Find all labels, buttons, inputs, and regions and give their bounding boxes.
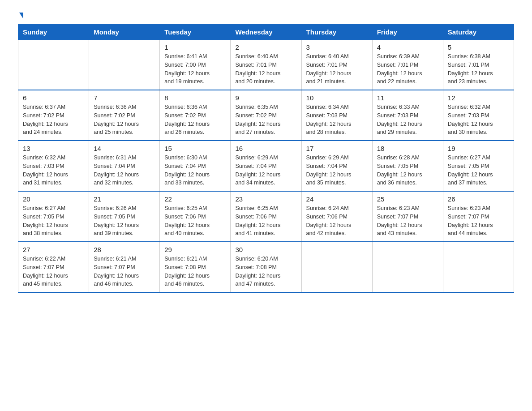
- day-number: 23: [235, 195, 296, 203]
- calendar-cell: 17Sunrise: 6:29 AM Sunset: 7:04 PM Dayli…: [301, 141, 372, 191]
- day-number: 20: [23, 195, 84, 203]
- column-header-tuesday: Tuesday: [160, 25, 231, 40]
- day-info: Sunrise: 6:39 AM Sunset: 7:01 PM Dayligh…: [377, 52, 438, 86]
- day-info: Sunrise: 6:20 AM Sunset: 7:08 PM Dayligh…: [235, 255, 296, 288]
- day-info: Sunrise: 6:40 AM Sunset: 7:01 PM Dayligh…: [235, 52, 296, 86]
- day-number: 12: [448, 94, 509, 102]
- day-info: Sunrise: 6:29 AM Sunset: 7:04 PM Dayligh…: [306, 154, 368, 187]
- calendar-cell: 27Sunrise: 6:22 AM Sunset: 7:07 PM Dayli…: [18, 242, 89, 292]
- day-info: Sunrise: 6:30 AM Sunset: 7:04 PM Dayligh…: [164, 154, 226, 187]
- day-number: 2: [235, 43, 296, 51]
- calendar-cell: 21Sunrise: 6:26 AM Sunset: 7:05 PM Dayli…: [89, 191, 160, 242]
- day-number: 3: [306, 43, 368, 51]
- calendar-cell: 3Sunrise: 6:40 AM Sunset: 7:01 PM Daylig…: [301, 40, 372, 90]
- day-info: Sunrise: 6:31 AM Sunset: 7:04 PM Dayligh…: [94, 154, 155, 187]
- day-info: Sunrise: 6:29 AM Sunset: 7:04 PM Dayligh…: [235, 154, 296, 187]
- calendar-cell: 6Sunrise: 6:37 AM Sunset: 7:02 PM Daylig…: [18, 90, 89, 141]
- day-info: Sunrise: 6:33 AM Sunset: 7:03 PM Dayligh…: [377, 103, 438, 137]
- calendar-cell: 2Sunrise: 6:40 AM Sunset: 7:01 PM Daylig…: [231, 40, 301, 90]
- day-number: 8: [164, 94, 226, 102]
- day-info: Sunrise: 6:36 AM Sunset: 7:02 PM Dayligh…: [164, 103, 226, 137]
- day-number: 27: [23, 246, 84, 253]
- day-info: Sunrise: 6:21 AM Sunset: 7:08 PM Dayligh…: [164, 255, 226, 288]
- calendar-week-row: 20Sunrise: 6:27 AM Sunset: 7:05 PM Dayli…: [18, 191, 514, 242]
- day-info: Sunrise: 6:40 AM Sunset: 7:01 PM Dayligh…: [306, 52, 368, 86]
- calendar-cell: 13Sunrise: 6:32 AM Sunset: 7:03 PM Dayli…: [18, 141, 89, 191]
- calendar-cell: 22Sunrise: 6:25 AM Sunset: 7:06 PM Dayli…: [160, 191, 231, 242]
- calendar-cell: [89, 40, 160, 90]
- calendar-cell: 8Sunrise: 6:36 AM Sunset: 7:02 PM Daylig…: [160, 90, 231, 141]
- day-number: 18: [377, 145, 438, 152]
- calendar-cell: 9Sunrise: 6:35 AM Sunset: 7:02 PM Daylig…: [231, 90, 301, 141]
- calendar-cell: 12Sunrise: 6:32 AM Sunset: 7:03 PM Dayli…: [443, 90, 514, 141]
- calendar-cell: 14Sunrise: 6:31 AM Sunset: 7:04 PM Dayli…: [89, 141, 160, 191]
- day-info: Sunrise: 6:27 AM Sunset: 7:05 PM Dayligh…: [448, 154, 509, 187]
- day-info: Sunrise: 6:37 AM Sunset: 7:02 PM Dayligh…: [23, 103, 84, 137]
- day-number: 29: [164, 246, 226, 253]
- day-info: Sunrise: 6:32 AM Sunset: 7:03 PM Dayligh…: [23, 154, 84, 187]
- day-number: 22: [164, 195, 226, 203]
- logo-triangle-icon: [19, 13, 23, 19]
- day-number: 10: [306, 94, 368, 102]
- calendar-table: SundayMondayTuesdayWednesdayThursdayFrid…: [18, 24, 514, 293]
- day-number: 4: [377, 43, 438, 51]
- day-info: Sunrise: 6:35 AM Sunset: 7:02 PM Dayligh…: [235, 103, 296, 137]
- calendar-cell: 4Sunrise: 6:39 AM Sunset: 7:01 PM Daylig…: [372, 40, 443, 90]
- calendar-cell: [301, 242, 372, 292]
- calendar-cell: 23Sunrise: 6:25 AM Sunset: 7:06 PM Dayli…: [231, 191, 301, 242]
- calendar-cell: 16Sunrise: 6:29 AM Sunset: 7:04 PM Dayli…: [231, 141, 301, 191]
- calendar-cell: [443, 242, 514, 292]
- calendar-week-row: 27Sunrise: 6:22 AM Sunset: 7:07 PM Dayli…: [18, 242, 514, 292]
- calendar-cell: 20Sunrise: 6:27 AM Sunset: 7:05 PM Dayli…: [18, 191, 89, 242]
- calendar-cell: 5Sunrise: 6:38 AM Sunset: 7:01 PM Daylig…: [443, 40, 514, 90]
- calendar-cell: 30Sunrise: 6:20 AM Sunset: 7:08 PM Dayli…: [231, 242, 301, 292]
- day-info: Sunrise: 6:28 AM Sunset: 7:05 PM Dayligh…: [377, 154, 438, 187]
- day-info: Sunrise: 6:21 AM Sunset: 7:07 PM Dayligh…: [94, 255, 155, 288]
- day-number: 13: [23, 145, 84, 152]
- day-number: 25: [377, 195, 438, 203]
- day-number: 19: [448, 145, 509, 152]
- column-header-saturday: Saturday: [443, 25, 514, 40]
- calendar-cell: 24Sunrise: 6:24 AM Sunset: 7:06 PM Dayli…: [301, 191, 372, 242]
- day-number: 26: [448, 195, 509, 203]
- day-info: Sunrise: 6:34 AM Sunset: 7:03 PM Dayligh…: [306, 103, 368, 137]
- column-header-sunday: Sunday: [18, 25, 89, 40]
- calendar-cell: [372, 242, 443, 292]
- day-number: 5: [448, 43, 509, 51]
- day-number: 7: [94, 94, 155, 102]
- calendar-cell: 19Sunrise: 6:27 AM Sunset: 7:05 PM Dayli…: [443, 141, 514, 191]
- day-number: 9: [235, 94, 296, 102]
- day-info: Sunrise: 6:36 AM Sunset: 7:02 PM Dayligh…: [94, 103, 155, 137]
- page-header: [18, 13, 514, 20]
- calendar-week-row: 1Sunrise: 6:41 AM Sunset: 7:00 PM Daylig…: [18, 40, 514, 90]
- day-number: 11: [377, 94, 438, 102]
- column-header-friday: Friday: [372, 25, 443, 40]
- calendar-cell: 28Sunrise: 6:21 AM Sunset: 7:07 PM Dayli…: [89, 242, 160, 292]
- day-info: Sunrise: 6:23 AM Sunset: 7:07 PM Dayligh…: [377, 204, 438, 238]
- day-number: 17: [306, 145, 368, 152]
- logo: [18, 13, 23, 20]
- calendar-cell: 10Sunrise: 6:34 AM Sunset: 7:03 PM Dayli…: [301, 90, 372, 141]
- calendar-cell: [18, 40, 89, 90]
- day-info: Sunrise: 6:27 AM Sunset: 7:05 PM Dayligh…: [23, 204, 84, 238]
- day-info: Sunrise: 6:25 AM Sunset: 7:06 PM Dayligh…: [235, 204, 296, 238]
- calendar-cell: 15Sunrise: 6:30 AM Sunset: 7:04 PM Dayli…: [160, 141, 231, 191]
- day-info: Sunrise: 6:23 AM Sunset: 7:07 PM Dayligh…: [448, 204, 509, 238]
- day-number: 16: [235, 145, 296, 152]
- day-info: Sunrise: 6:24 AM Sunset: 7:06 PM Dayligh…: [306, 204, 368, 238]
- calendar-cell: 25Sunrise: 6:23 AM Sunset: 7:07 PM Dayli…: [372, 191, 443, 242]
- day-info: Sunrise: 6:41 AM Sunset: 7:00 PM Dayligh…: [164, 52, 226, 86]
- day-number: 15: [164, 145, 226, 152]
- calendar-week-row: 6Sunrise: 6:37 AM Sunset: 7:02 PM Daylig…: [18, 90, 514, 141]
- day-number: 24: [306, 195, 368, 203]
- calendar-cell: 7Sunrise: 6:36 AM Sunset: 7:02 PM Daylig…: [89, 90, 160, 141]
- calendar-cell: 29Sunrise: 6:21 AM Sunset: 7:08 PM Dayli…: [160, 242, 231, 292]
- day-info: Sunrise: 6:22 AM Sunset: 7:07 PM Dayligh…: [23, 255, 84, 288]
- day-info: Sunrise: 6:32 AM Sunset: 7:03 PM Dayligh…: [448, 103, 509, 137]
- day-number: 14: [94, 145, 155, 152]
- day-info: Sunrise: 6:25 AM Sunset: 7:06 PM Dayligh…: [164, 204, 226, 238]
- calendar-cell: 1Sunrise: 6:41 AM Sunset: 7:00 PM Daylig…: [160, 40, 231, 90]
- column-header-wednesday: Wednesday: [231, 25, 301, 40]
- day-number: 6: [23, 94, 84, 102]
- column-header-monday: Monday: [89, 25, 160, 40]
